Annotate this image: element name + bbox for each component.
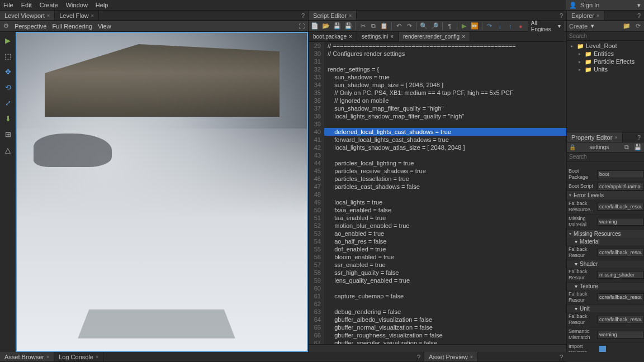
tab-property-editor[interactable]: Property Editor × — [567, 132, 623, 142]
close-icon[interactable]: × — [614, 135, 617, 140]
refresh-icon[interactable]: ⟳ — [634, 22, 642, 30]
explorer-search-input[interactable] — [567, 32, 644, 40]
menu-window[interactable]: Window — [66, 2, 88, 8]
step-over-icon[interactable]: ↷ — [486, 22, 493, 30]
tab-script-editor[interactable]: Script Editor × — [309, 11, 357, 20]
engine-selector[interactable]: All Engines ▾ — [528, 20, 564, 33]
bookmark-icon[interactable]: ¶ — [446, 22, 453, 30]
help-icon[interactable]: ? — [634, 132, 644, 142]
rotate-tool[interactable]: ⟲ — [2, 81, 14, 93]
script-toolbar: 📄 📂 💾 💾 ✂ ⧉ 📋 ↶ ↷ 🔍 🔎 ¶ ▶ ⏩ ↷ ↓ ↑ ● — [309, 21, 566, 32]
tab-log-console[interactable]: Log Console × — [54, 352, 103, 361]
search-all-icon[interactable]: 🔎 — [431, 22, 439, 30]
step-into-icon[interactable]: ↓ — [496, 22, 504, 30]
fallback-resource-input[interactable] — [597, 203, 644, 211]
code-editor[interactable]: 29// ===================================… — [309, 42, 566, 344]
help-icon[interactable]: ? — [414, 352, 424, 361]
tab-asset-preview[interactable]: Asset Preview × — [424, 352, 478, 361]
tab-level-flow[interactable]: Level Flow × — [55, 11, 99, 20]
breakpoint-icon[interactable]: ● — [517, 22, 524, 30]
tab-explorer[interactable]: Explorer × — [567, 11, 604, 20]
render-mode-dropdown[interactable]: Full Rendering — [52, 23, 92, 30]
menu-create[interactable]: Create — [40, 2, 58, 8]
help-icon[interactable]: ? — [556, 11, 566, 20]
close-icon[interactable]: × — [390, 34, 394, 40]
tree-item[interactable]: ▸📁Level_Root — [567, 42, 644, 50]
close-icon[interactable]: × — [596, 13, 599, 18]
boot-package-input[interactable] — [597, 170, 644, 178]
unit-fallback-input[interactable] — [597, 316, 644, 323]
close-icon[interactable]: × — [46, 354, 49, 360]
run-step-icon[interactable]: ⏩ — [471, 22, 479, 30]
shader-fallback-input[interactable] — [597, 271, 644, 279]
section-missing-resources[interactable]: ▾Missing Resources — [567, 230, 644, 238]
menu-edit[interactable]: Edit — [21, 2, 32, 8]
tree-item[interactable]: ▸📁Particle Effects — [567, 58, 644, 65]
property-grid: Boot Package Boot Script ▾Error Levels F… — [567, 161, 644, 352]
save-all-icon[interactable]: 💾 — [344, 22, 352, 30]
boot-script-input[interactable] — [597, 183, 644, 190]
file-tab-boot[interactable]: boot.package × — [309, 32, 357, 41]
select-tool[interactable]: ⬚ — [2, 50, 14, 62]
close-icon[interactable]: × — [349, 13, 352, 18]
file-tab-settings[interactable]: settings.ini × — [357, 32, 399, 41]
play-button[interactable]: ▶ — [2, 34, 14, 46]
place-tool[interactable]: ⬇ — [2, 112, 14, 125]
missing-material-input[interactable] — [597, 218, 644, 226]
section-material[interactable]: ▾Material — [567, 238, 644, 245]
open-file-icon[interactable]: 📂 — [322, 22, 330, 30]
close-icon[interactable]: × — [91, 13, 94, 18]
tab-level-viewport[interactable]: Level Viewport × — [0, 11, 55, 20]
measure-tool[interactable]: △ — [2, 144, 14, 156]
section-shader[interactable]: ▾Shader — [567, 260, 644, 268]
level-viewport[interactable] — [16, 32, 308, 352]
import-reverse-checkbox[interactable] — [599, 346, 606, 352]
menu-help[interactable]: Help — [96, 2, 108, 8]
help-icon[interactable]: ? — [634, 11, 644, 20]
copy-icon[interactable]: ⧉ — [623, 144, 631, 151]
move-tool[interactable]: ✥ — [2, 65, 14, 78]
semantic-mismatch-input[interactable] — [597, 331, 644, 339]
menu-file[interactable]: File — [3, 2, 13, 8]
material-fallback-input[interactable] — [597, 249, 644, 256]
close-icon[interactable]: × — [96, 354, 98, 360]
section-unit[interactable]: ▾Unit — [567, 305, 644, 312]
expand-icon[interactable]: ⛶ — [299, 23, 305, 30]
tree-item[interactable]: ▸📁Units — [567, 65, 644, 73]
undo-icon[interactable]: ↶ — [395, 22, 402, 30]
texture-fallback-input[interactable] — [597, 293, 644, 301]
property-search-input[interactable] — [567, 153, 644, 161]
view-dropdown[interactable]: View — [98, 23, 111, 30]
signin-dropdown[interactable]: 👤 Sign In ▾ — [566, 0, 644, 10]
scale-tool[interactable]: ⤢ — [2, 97, 14, 109]
close-icon[interactable]: × — [470, 354, 473, 360]
section-texture[interactable]: ▾Texture — [567, 283, 644, 290]
copy-icon[interactable]: ⧉ — [370, 22, 377, 30]
gear-icon[interactable]: ⚙ — [3, 22, 9, 30]
file-tab-renderer[interactable]: renderer.render_config × — [399, 32, 470, 41]
new-file-icon[interactable]: 📄 — [311, 22, 319, 30]
tree-item[interactable]: ▸📁Entities — [567, 50, 644, 58]
close-icon[interactable]: × — [349, 34, 352, 40]
horizontal-scrollbar[interactable] — [309, 344, 566, 352]
step-out-icon[interactable]: ↑ — [506, 22, 514, 30]
redo-icon[interactable]: ↷ — [406, 22, 413, 30]
snap-tool[interactable]: ⊞ — [2, 128, 14, 140]
explorer-tree[interactable]: ▸📁Level_Root▸📁Entities▸📁Particle Effects… — [567, 41, 644, 132]
folder-icon[interactable]: 📁 — [623, 22, 631, 30]
save-icon[interactable]: 💾 — [333, 22, 341, 30]
camera-mode-dropdown[interactable]: Perspective — [15, 23, 46, 30]
cut-icon[interactable]: ✂ — [359, 22, 367, 30]
close-icon[interactable]: × — [462, 34, 465, 40]
tab-asset-browser[interactable]: Asset Browser × — [0, 352, 54, 361]
help-icon[interactable]: ? — [556, 352, 566, 361]
search-icon[interactable]: 🔍 — [420, 22, 428, 30]
paste-icon[interactable]: 📋 — [380, 22, 388, 30]
section-error-levels[interactable]: ▾Error Levels — [567, 191, 644, 199]
create-dropdown[interactable]: Create — [569, 23, 588, 30]
help-icon[interactable]: ? — [298, 11, 308, 20]
save-icon[interactable]: 💾 — [634, 144, 642, 151]
close-icon[interactable]: × — [47, 13, 50, 18]
lock-icon[interactable]: 🔒 — [569, 144, 576, 150]
run-icon[interactable]: ▶ — [461, 22, 468, 30]
